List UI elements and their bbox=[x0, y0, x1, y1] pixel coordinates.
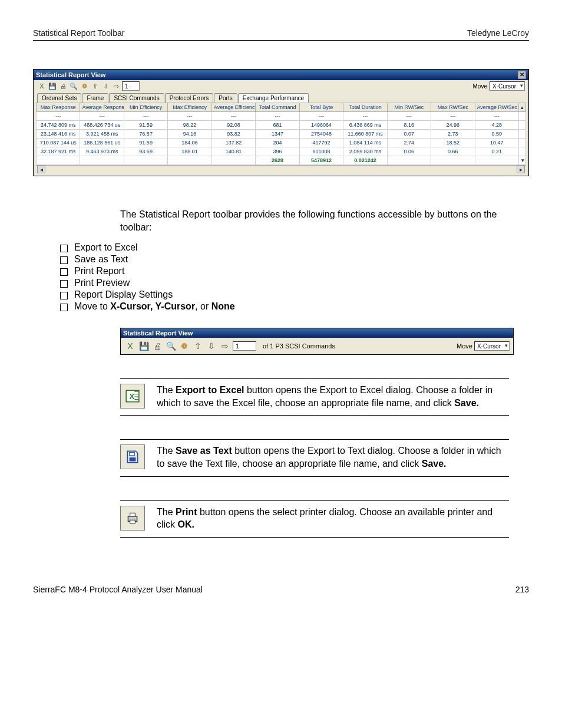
horizontal-scrollbar[interactable]: ◂ ▸ bbox=[36, 165, 526, 173]
settings-icon[interactable]: ❁ bbox=[178, 340, 190, 352]
svg-rect-2 bbox=[130, 453, 135, 456]
svg-rect-6 bbox=[130, 520, 135, 523]
column-header[interactable]: Average Efficiency bbox=[211, 103, 255, 112]
save-text-icon[interactable]: 💾 bbox=[48, 81, 57, 91]
footer-left: SierraFC M8-4 Protocol Analyzer User Man… bbox=[33, 585, 203, 594]
report-tabs: Ordered SetsFrameSCSI CommandsProtocol E… bbox=[34, 92, 528, 103]
list-item: Export to Excel bbox=[60, 242, 529, 253]
list-item: Print Report bbox=[60, 265, 529, 277]
statistics-table: Max ResponseAverage ResponseMin Efficien… bbox=[36, 103, 526, 165]
table-row: 24.742 809 ms488.426 734 us91.5998.2292.… bbox=[37, 121, 526, 130]
scroll-down-icon[interactable]: ▾ bbox=[519, 156, 526, 165]
feature-export-excel-desc: The Export to Excel button opens the Exp… bbox=[157, 384, 509, 409]
page-footer: SierraFC M8-4 Protocol Analyzer User Man… bbox=[33, 585, 529, 594]
report-toolbar-2: X💾🖨🔍❁⇧⇩⇨1 of 1 P3 SCSI Commands Move X-C… bbox=[121, 338, 513, 354]
next-arrow-icon[interactable]: ⇨ bbox=[111, 81, 121, 91]
column-header[interactable]: Max Response bbox=[37, 103, 80, 112]
scroll-right-icon[interactable]: ▸ bbox=[517, 166, 525, 173]
print-preview-icon[interactable]: 🔍 bbox=[165, 340, 177, 352]
tab-protocol-errors[interactable]: Protocol Errors bbox=[165, 93, 214, 103]
window-title-bar: Statistical Report View ✕ bbox=[34, 70, 528, 80]
page-header: Statistical Report Toolbar Teledyne LeCr… bbox=[33, 28, 529, 38]
header-right: Teledyne LeCroy bbox=[467, 28, 529, 38]
window-title-bar-2: Statistical Report View bbox=[121, 328, 513, 338]
move-cursor-dropdown[interactable]: X-Cursor bbox=[490, 81, 525, 91]
column-header[interactable]: Max Efficiency bbox=[168, 103, 211, 112]
print-icon[interactable]: 🖨 bbox=[151, 340, 163, 352]
tab-scsi-commands[interactable]: SCSI Commands bbox=[109, 93, 164, 103]
toolbar-caption: of 1 P3 SCSI Commands bbox=[263, 342, 335, 350]
svg-rect-5 bbox=[130, 513, 135, 516]
scroll-left-icon[interactable]: ◂ bbox=[37, 166, 45, 173]
svg-text:X: X bbox=[130, 393, 135, 401]
feature-save-text-desc: The Save as Text button opens the Export… bbox=[157, 444, 509, 470]
footer-page-number: 213 bbox=[515, 585, 529, 594]
tab-exchange-performance[interactable]: Exchange Performance bbox=[238, 93, 309, 103]
statistical-report-window: Statistical Report View ✕ X💾🖨🔍❁⇧⇩⇨1 Move… bbox=[33, 69, 529, 176]
tab-frame[interactable]: Frame bbox=[82, 93, 108, 103]
window-title-2: Statistical Report View bbox=[123, 330, 193, 337]
move-label-2: Move bbox=[457, 342, 472, 350]
page-number-input-2[interactable]: 1 bbox=[233, 341, 256, 351]
export-excel-icon[interactable]: X bbox=[124, 340, 136, 352]
save-text-icon bbox=[120, 444, 145, 469]
functions-checklist: Export to ExcelSave as TextPrint ReportP… bbox=[60, 242, 529, 312]
move-label: Move bbox=[473, 83, 487, 90]
export-excel-icon: X bbox=[120, 384, 145, 409]
print-preview-icon[interactable]: 🔍 bbox=[69, 81, 78, 91]
column-header[interactable]: Average Response bbox=[80, 103, 124, 112]
tab-ordered-sets[interactable]: Ordered Sets bbox=[37, 93, 81, 103]
table-row: 710.087 144 us186.128 561 us91.59184.061… bbox=[37, 139, 526, 147]
window-title: Statistical Report View bbox=[36, 71, 105, 78]
down-arrow-icon[interactable]: ⇩ bbox=[101, 81, 110, 91]
report-toolbar: X💾🖨🔍❁⇧⇩⇨1 Move X-Cursor bbox=[34, 80, 528, 92]
print-icon[interactable]: 🖨 bbox=[58, 81, 68, 91]
feature-print: The Print button opens the select printe… bbox=[120, 500, 509, 538]
feature-export-excel: X The Export to Excel button opens the E… bbox=[120, 378, 509, 416]
column-header[interactable]: Min Efficiency bbox=[124, 103, 167, 112]
export-excel-icon[interactable]: X bbox=[37, 81, 47, 91]
list-item: Print Preview bbox=[60, 277, 529, 289]
toolbar-closeup: Statistical Report View X💾🖨🔍❁⇧⇩⇨1 of 1 P… bbox=[120, 328, 514, 355]
save-text-icon[interactable]: 💾 bbox=[138, 340, 150, 352]
column-header[interactable]: Total Command bbox=[256, 103, 299, 112]
feature-save-text: The Save as Text button opens the Export… bbox=[120, 439, 509, 476]
print-icon bbox=[120, 506, 145, 531]
next-arrow-icon[interactable]: ⇨ bbox=[219, 340, 231, 352]
list-item: Move to X-Cursor, Y-Cursor, or None bbox=[60, 301, 529, 312]
close-icon[interactable]: ✕ bbox=[518, 71, 526, 79]
tab-ports[interactable]: Ports bbox=[214, 93, 237, 103]
table-summary-row: 262854789120.021242▾ bbox=[37, 156, 526, 165]
up-arrow-icon[interactable]: ⇧ bbox=[90, 81, 100, 91]
header-rule bbox=[33, 40, 529, 41]
page-number-input[interactable]: 1 bbox=[122, 81, 140, 91]
table-row: 23.148 416 ms3.921 458 ms76.5794.1693.82… bbox=[37, 130, 526, 139]
column-header[interactable]: Max RW/Sec bbox=[431, 103, 475, 112]
intro-paragraph: The Statistical Report toolbar provides … bbox=[120, 208, 509, 233]
down-arrow-icon[interactable]: ⇩ bbox=[206, 340, 217, 352]
settings-icon[interactable]: ❁ bbox=[80, 81, 89, 91]
list-item: Save as Text bbox=[60, 253, 529, 265]
table-row: --------------------------------- bbox=[37, 112, 526, 121]
column-header[interactable]: Average RW/Sec bbox=[475, 103, 518, 112]
column-header[interactable]: Min RW/Sec bbox=[387, 103, 431, 112]
header-left: Statistical Report Toolbar bbox=[33, 28, 124, 38]
up-arrow-icon[interactable]: ⇧ bbox=[192, 340, 204, 352]
svg-rect-3 bbox=[130, 457, 136, 462]
move-cursor-dropdown-2[interactable]: X-Cursor bbox=[474, 341, 510, 351]
column-header[interactable]: Total Byte bbox=[299, 103, 343, 112]
list-item: Report Display Settings bbox=[60, 289, 529, 301]
column-header[interactable]: Total Duration bbox=[343, 103, 387, 112]
scroll-up-icon[interactable]: ▴ bbox=[519, 103, 526, 112]
table-row: 32.187 921 ms9.463 973 ms93.69188.01140.… bbox=[37, 147, 526, 156]
feature-print-desc: The Print button opens the select printe… bbox=[157, 506, 509, 531]
